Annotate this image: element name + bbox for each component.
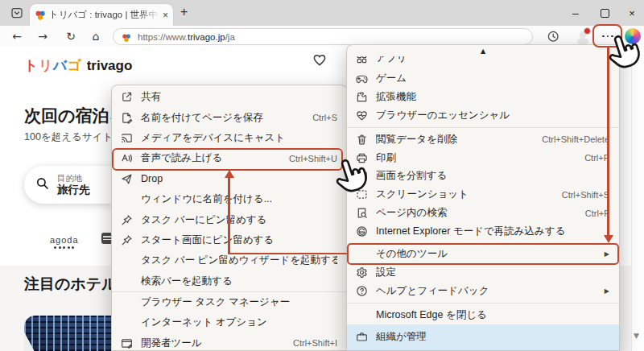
menu-item-developer-tools[interactable]: 開発者ツール Ctrl+Shift+I (112, 333, 347, 351)
annotation-arrow-line (607, 47, 609, 236)
menu-item-browser-essentials[interactable]: ブラウザーのエッセンシャル (347, 106, 619, 125)
history-icon[interactable] (546, 29, 560, 43)
notification-dot (584, 27, 591, 35)
forward-button[interactable]: → (35, 29, 50, 43)
menu-shortcut: Ctrl+P (584, 153, 609, 163)
search-icon (35, 176, 50, 194)
menu-item-games[interactable]: ゲーム (347, 69, 619, 88)
minimize-button[interactable]: – (564, 2, 588, 23)
help-icon (355, 285, 369, 297)
menu-item-internet-options[interactable]: インターネット オプション (112, 312, 347, 332)
address-bar[interactable]: https://www.trivago.jp/ja (113, 28, 533, 45)
pin-icon (120, 234, 134, 246)
search-value: 旅行先 (57, 184, 90, 196)
search-label: 目的地 (57, 173, 90, 184)
annotation-arrowhead-down (604, 235, 613, 243)
trivago-logo[interactable]: トリバゴtrivago (24, 56, 132, 75)
annotation-arrowhead-up (225, 170, 234, 178)
ie-mode-icon (355, 225, 369, 237)
menu-separator (347, 303, 619, 304)
menu-item-settings[interactable]: 設定 (347, 263, 619, 282)
menu-item-managed-by-organization[interactable]: 組織が管理 (347, 324, 619, 350)
menu-item-help-and-feedback[interactable]: ヘルプとフィードバック ▶ (347, 282, 619, 300)
menu-item-close-edge[interactable]: Microsoft Edge を閉じる (347, 306, 619, 324)
menu-shortcut: Ctrl+Shift+I (293, 338, 337, 348)
devtools-icon (120, 337, 134, 349)
menu-shortcut: Ctrl+F (585, 209, 609, 218)
trivago-favicon (35, 10, 46, 21)
briefcase-icon (355, 331, 369, 343)
pin-icon (120, 214, 134, 226)
annotation-box-read-aloud (112, 148, 343, 171)
menu-item-screenshot[interactable]: スクリーンショット Ctrl+Shift+S (347, 185, 619, 204)
menu-item-share[interactable]: 共有 (112, 87, 347, 107)
trash-icon (355, 134, 369, 146)
close-window-button[interactable]: × (620, 2, 644, 23)
annotation-box-more-tools (347, 243, 619, 265)
reload-button[interactable]: ↻ (64, 29, 78, 43)
section-heading: 注目のホテル (24, 274, 118, 295)
apps-icon (355, 56, 369, 64)
menu-item-delete-browsing-data[interactable]: 閲覧データを削除 Ctrl+Shift+Delete (347, 130, 619, 149)
url-text: https://www.trivago.jp/ja (138, 32, 235, 42)
scrollbar-down-arrow[interactable]: ▼ (634, 332, 639, 340)
find-on-page-icon (355, 207, 369, 219)
maximize-icon (601, 9, 609, 18)
menu-scroll-up-arrow[interactable]: ▲ (347, 45, 619, 56)
extensions-icon (355, 91, 369, 103)
tab-actions-menu-icon[interactable] (10, 6, 23, 19)
submenu-arrow-icon: ▶ (605, 287, 609, 295)
menu-item-print[interactable]: 印刷 Ctrl+P (347, 149, 619, 167)
tab-close-icon[interactable]: × (163, 10, 168, 20)
partner-logo-agoda: agoda (50, 235, 79, 249)
menu-item-split-screen[interactable]: 画面を分割する (347, 167, 619, 185)
menu-item-browser-task-manager[interactable]: ブラウザー タスク マネージャー (112, 292, 347, 312)
browser-tab[interactable]: トリバゴ : trivago | 世界中のホテル料 × (30, 4, 173, 26)
menu-item-apps-partial[interactable]: アプリ (347, 56, 619, 69)
menu-item-cast-media[interactable]: メディアをデバイスにキャスト (112, 128, 347, 148)
destination-search-box[interactable]: 目的地 旅行先 (24, 166, 113, 204)
cast-icon (120, 132, 134, 144)
maximize-button[interactable] (592, 2, 617, 23)
back-button[interactable]: ← (10, 29, 24, 43)
menu-item-find-on-page[interactable]: ページ内の検索 Ctrl+F (347, 204, 619, 222)
browser-window: トリバゴ : trivago | 世界中のホテル料 × + – × ← → ↻ … (0, 0, 644, 351)
share-icon (120, 91, 134, 103)
site-favicon (122, 31, 133, 43)
page-scrollbar[interactable] (631, 47, 644, 351)
game-icon (355, 72, 369, 85)
menu-item-extensions[interactable]: 拡張機能 (347, 88, 619, 106)
tab-title: トリバゴ : trivago | 世界中のホテル料 (49, 9, 159, 21)
menu-shortcut: Ctrl+S (312, 113, 337, 122)
menu-item-reload-in-ie-mode[interactable]: Internet Explorer モードで再読み込みする (347, 222, 619, 241)
home-button[interactable]: ⌂ (89, 29, 103, 43)
menu-shortcut: Ctrl+Shift+S (562, 190, 609, 200)
drop-icon (120, 173, 134, 185)
annotation-arrow-line (228, 253, 347, 255)
save-page-icon (120, 112, 134, 124)
menu-shortcut: Ctrl+Shift+Delete (542, 134, 609, 144)
gear-icon (355, 266, 369, 279)
essentials-icon (355, 109, 369, 122)
annotation-arrow-line (228, 178, 230, 254)
favorites-heart-icon[interactable] (312, 52, 328, 68)
profile-avatar[interactable] (576, 29, 590, 43)
menu-separator (347, 127, 619, 128)
page-subheading: 100を超えるサイトの (24, 130, 123, 144)
hotel-photo[interactable] (24, 316, 114, 351)
menu-item-save-page[interactable]: 名前を付けてページを保存 Ctrl+S (112, 107, 347, 127)
settings-and-more-menu: ▲ アプリ ゲーム 拡張機能 ブラウザーのエッセンシャル 閲覧データを削除 Ct… (346, 44, 620, 351)
new-tab-button[interactable]: + (180, 5, 188, 19)
menu-item-launch-search-bar[interactable]: 検索バーを起動する (112, 271, 347, 291)
